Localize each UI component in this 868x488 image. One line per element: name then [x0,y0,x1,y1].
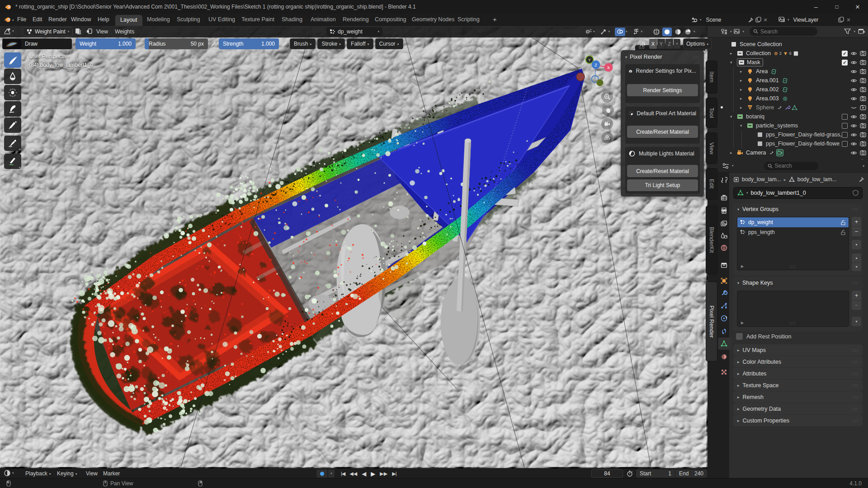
svg-text:Z: Z [594,62,597,67]
svg-text:X: X [607,65,610,70]
svg-text:Y: Y [588,58,591,62]
